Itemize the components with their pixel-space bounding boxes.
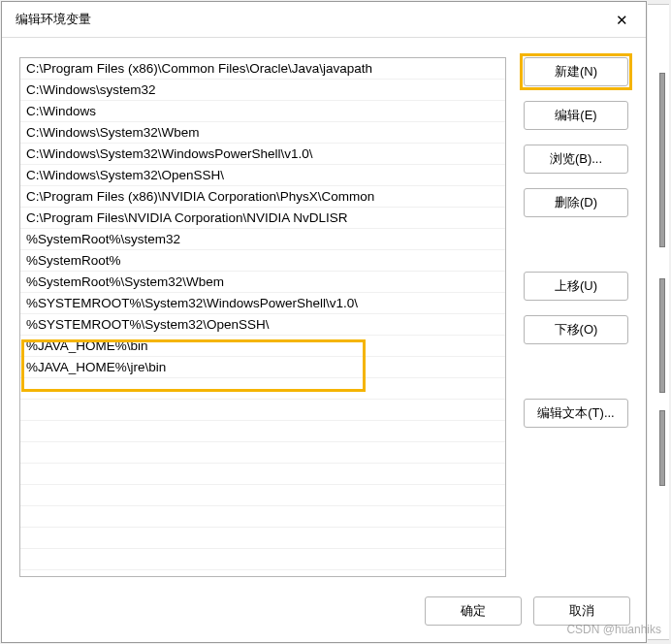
ok-button[interactable]: 确定 [425, 596, 522, 626]
browse-button[interactable]: 浏览(B)... [524, 145, 628, 174]
scrollbar-thumb[interactable] [659, 410, 665, 486]
edit-button[interactable]: 编辑(E) [524, 101, 628, 130]
dialog-content: C:\Program Files (x86)\Common Files\Orac… [2, 38, 646, 587]
list-empty-row [20, 442, 505, 464]
list-empty-row [20, 421, 505, 442]
list-empty-row [20, 378, 505, 400]
scrollbar-thumb[interactable] [659, 278, 665, 393]
spacer [524, 359, 628, 384]
delete-button[interactable]: 删除(D) [524, 188, 628, 217]
titlebar: 编辑环境变量 ✕ [2, 2, 646, 38]
list-item[interactable]: C:\Program Files\NVIDIA Corporation\NVID… [20, 208, 505, 229]
list-item[interactable]: %SystemRoot%\system32 [20, 229, 505, 250]
button-column: 新建(N) 编辑(E) 浏览(B)... 删除(D) 上移(U) 下移(O) 编… [524, 57, 628, 577]
list-empty-row [20, 464, 505, 485]
list-item[interactable]: C:\Windows\system32 [20, 80, 505, 101]
list-empty-row [20, 528, 505, 549]
new-button[interactable]: 新建(N) [524, 57, 628, 86]
env-var-dialog: 编辑环境变量 ✕ C:\Program Files (x86)\Common F… [1, 1, 647, 643]
list-item[interactable]: %SystemRoot% [20, 250, 505, 272]
close-icon[interactable]: ✕ [612, 13, 632, 27]
dialog-footer: 确定 取消 [2, 587, 646, 643]
movedown-button[interactable]: 下移(O) [524, 315, 628, 344]
list-item[interactable]: %SYSTEMROOT%\System32\WindowsPowerShell\… [20, 293, 505, 314]
list-empty-row [20, 400, 505, 421]
list-item[interactable]: C:\Program Files (x86)\Common Files\Orac… [20, 58, 505, 80]
list-item[interactable]: C:\Windows\System32\WindowsPowerShell\v1… [20, 144, 505, 165]
spacer [524, 232, 628, 257]
edittext-button[interactable]: 编辑文本(T)... [524, 399, 628, 428]
cancel-button[interactable]: 取消 [533, 596, 630, 626]
moveup-button[interactable]: 上移(U) [524, 272, 628, 301]
list-empty-row [20, 549, 505, 570]
list-item[interactable]: %SystemRoot%\System32\Wbem [20, 272, 505, 293]
scrollbar-thumb[interactable] [659, 73, 665, 247]
path-listbox[interactable]: C:\Program Files (x86)\Common Files\Orac… [19, 57, 506, 577]
highlight-new-button: 新建(N) [520, 53, 632, 90]
list-item[interactable]: C:\Windows\System32\Wbem [20, 122, 505, 144]
list-item[interactable]: C:\Windows\System32\OpenSSH\ [20, 165, 505, 186]
list-item[interactable]: C:\Program Files (x86)\NVIDIA Corporatio… [20, 186, 505, 208]
dialog-title: 编辑环境变量 [16, 11, 91, 28]
list-empty-row [20, 485, 505, 506]
background-window [648, 4, 669, 640]
list-item[interactable]: %JAVA_HOME%\bin [20, 336, 505, 357]
list-item[interactable]: %JAVA_HOME%\jre\bin [20, 357, 505, 378]
list-item[interactable]: %SYSTEMROOT%\System32\OpenSSH\ [20, 314, 505, 336]
list-empty-row [20, 506, 505, 528]
list-item[interactable]: C:\Windows [20, 101, 505, 122]
